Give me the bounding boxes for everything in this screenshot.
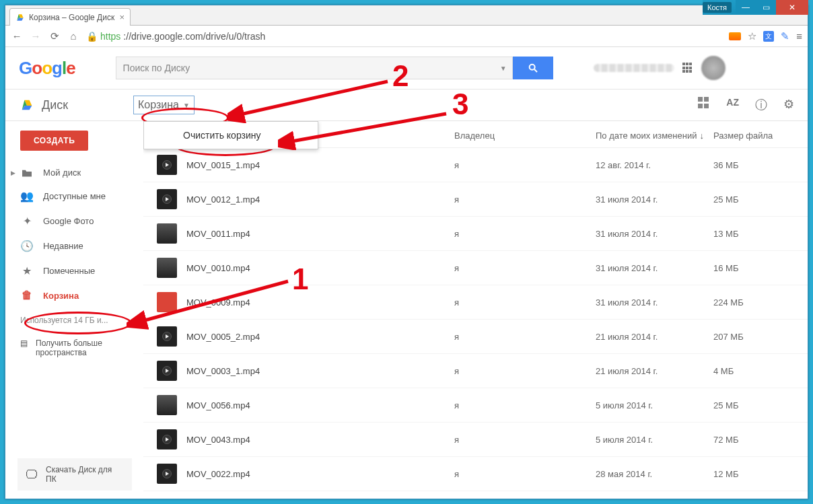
file-owner: я: [454, 229, 596, 239]
translate-ext-icon[interactable]: 文: [763, 31, 774, 42]
expand-icon[interactable]: ▶: [11, 170, 15, 176]
monitor-icon: 🖵: [26, 468, 38, 482]
sort-desc-icon: ↓: [699, 131, 704, 141]
sidebar-item-label: Google Фото: [43, 216, 94, 226]
video-thumb-icon: [157, 189, 177, 209]
sidebar-item-label: Помеченные: [43, 266, 95, 276]
file-size: 16 МБ: [713, 263, 794, 273]
search-button[interactable]: [513, 57, 553, 79]
browser-tab[interactable]: Корзина – Google Диск ×: [9, 8, 131, 26]
file-size: 25 МБ: [713, 194, 794, 205]
breadcrumb-dropdown: Очистить корзину: [143, 121, 318, 149]
file-list: MOV_0015_1.mp4я12 авг. 2014 г.36 МБMOV_0…: [143, 148, 808, 497]
column-size[interactable]: Размер файла: [713, 131, 794, 141]
table-row[interactable]: MOV_0009.mp4я31 июля 2014 г.224 МБ: [143, 285, 808, 320]
gear-icon[interactable]: ⚙: [783, 97, 794, 113]
maximize-button[interactable]: ▭: [756, 0, 776, 15]
tab-strip: Корзина – Google Диск ×: [5, 5, 808, 26]
table-row[interactable]: MOV_0022.mp4я28 мая 2014 г.12 МБ: [143, 457, 808, 491]
file-date: 31 июля 2014 г.: [596, 229, 713, 239]
star-icon[interactable]: ☆: [748, 30, 756, 42]
account-name-blurred: [594, 64, 674, 72]
file-name: MOV_0009.mp4: [186, 297, 454, 308]
sidebar: СОЗДАТЬ ▶ Мой диск 👥 Доступные мне ✦ Goo…: [5, 121, 143, 499]
file-size: 207 МБ: [713, 332, 794, 342]
sidebar-item-label: Недавние: [43, 241, 83, 251]
url-path: ://drive.google.com/drive/u/0/trash: [123, 31, 265, 42]
sidebar-item-starred[interactable]: ★ Помеченные: [5, 258, 143, 283]
table-row[interactable]: MOV_0012_1.mp4я31 июля 2014 г.25 МБ: [143, 182, 808, 217]
info-icon[interactable]: ⓘ: [755, 97, 767, 113]
file-size: 13 МБ: [713, 229, 794, 239]
file-owner: я: [454, 332, 596, 342]
minimize-button[interactable]: —: [736, 0, 756, 15]
sidebar-item-shared[interactable]: 👥 Доступные мне: [5, 184, 143, 209]
file-name: MOV_0043.mp4: [186, 435, 454, 445]
reload-icon[interactable]: ⟳: [48, 30, 61, 42]
drive-favicon-icon: [15, 13, 25, 22]
sidebar-item-label: Мой диск: [43, 168, 81, 178]
view-grid-icon[interactable]: [698, 97, 710, 109]
video-thumb-icon: [157, 155, 177, 175]
folder-icon: [20, 168, 34, 178]
table-row[interactable]: MOV_0010.mp4я31 июля 2014 г.16 МБ: [143, 251, 808, 285]
sidebar-item-photos[interactable]: ✦ Google Фото: [5, 209, 143, 233]
get-more-storage[interactable]: ▤ Получить больше пространства: [5, 333, 143, 363]
svg-point-3: [529, 65, 534, 70]
home-icon[interactable]: ⌂: [67, 30, 79, 42]
file-owner: я: [454, 263, 596, 273]
lock-icon: 🔒: [86, 31, 98, 42]
file-date: 5 июля 2014 г.: [596, 400, 713, 410]
sidebar-item-recent[interactable]: 🕓 Недавние: [5, 233, 143, 258]
file-owner: я: [454, 469, 596, 479]
video-thumb-icon: [157, 395, 177, 415]
more-storage-label: Получить больше пространства: [36, 338, 129, 357]
sidebar-item-trash[interactable]: 🗑 Корзина: [5, 283, 143, 308]
file-name: MOV_0012_1.mp4: [186, 194, 454, 205]
drive-label[interactable]: Диск: [42, 98, 68, 112]
search-input[interactable]: Поиск по Диску ▼: [116, 57, 513, 79]
file-size: 72 МБ: [713, 435, 794, 445]
file-owner: я: [454, 297, 596, 308]
google-logo[interactable]: Google: [19, 58, 75, 79]
file-owner: я: [454, 194, 596, 205]
close-button[interactable]: ✕: [776, 0, 808, 15]
pen-ext-icon[interactable]: ✎: [781, 30, 789, 42]
video-thumb-icon: [157, 292, 177, 312]
file-name: MOV_0015_1.mp4: [186, 160, 454, 170]
forward-icon[interactable]: →: [30, 30, 42, 42]
sort-az-icon[interactable]: AZ: [726, 97, 739, 113]
file-owner: я: [454, 435, 596, 445]
column-date[interactable]: По дате моих изменений ↓: [596, 131, 713, 141]
column-owner[interactable]: Владелец: [454, 131, 596, 141]
file-name: MOV_0022.mp4: [186, 469, 454, 479]
url-field[interactable]: 🔒 https ://drive.google.com/drive/u/0/tr…: [86, 31, 722, 42]
table-row[interactable]: MOV_0011.mp4я31 июля 2014 г.13 МБ: [143, 217, 808, 251]
apps-icon[interactable]: [682, 63, 693, 73]
menu-icon[interactable]: ≡: [796, 30, 802, 42]
back-icon[interactable]: ←: [11, 30, 23, 42]
avatar[interactable]: [701, 56, 726, 80]
table-row[interactable]: MOV_0056.mp4я5 июля 2014 г.25 МБ: [143, 388, 808, 423]
sidebar-item-mydrive[interactable]: ▶ Мой диск: [5, 161, 143, 184]
file-name: MOV_0056.mp4: [186, 400, 454, 410]
trash-icon: 🗑: [20, 289, 34, 301]
table-row[interactable]: MOV_0043.mp4я5 июля 2014 г.72 МБ: [143, 423, 808, 457]
empty-trash-option[interactable]: Очистить корзину: [144, 122, 318, 149]
sidebar-item-label: Корзина: [43, 291, 79, 301]
address-bar: ← → ⟳ ⌂ 🔒 https ://drive.google.com/driv…: [5, 26, 808, 47]
download-drive[interactable]: 🖵 Скачать Диск для ПК: [17, 458, 132, 491]
card-ext-icon[interactable]: [729, 32, 741, 40]
tab-title: Корзина – Google Диск: [29, 13, 114, 22]
file-name: MOV_0011.mp4: [186, 229, 454, 239]
search-dropdown-icon[interactable]: ▼: [500, 65, 507, 72]
video-thumb-icon: [157, 326, 177, 347]
file-size: 36 МБ: [713, 160, 794, 170]
file-name: MOV_0010.mp4: [186, 263, 454, 273]
table-row[interactable]: MOV_0003_1.mp4я21 июля 2014 г.4 МБ: [143, 354, 808, 388]
app-header: Google Поиск по Диску ▼: [5, 47, 808, 89]
create-button[interactable]: СОЗДАТЬ: [20, 131, 88, 151]
table-row[interactable]: MOV_0005_2.mp4я21 июля 2014 г.207 МБ: [143, 320, 808, 354]
tab-close-icon[interactable]: ×: [119, 12, 125, 22]
download-label: Скачать Диск для ПК: [46, 465, 124, 484]
